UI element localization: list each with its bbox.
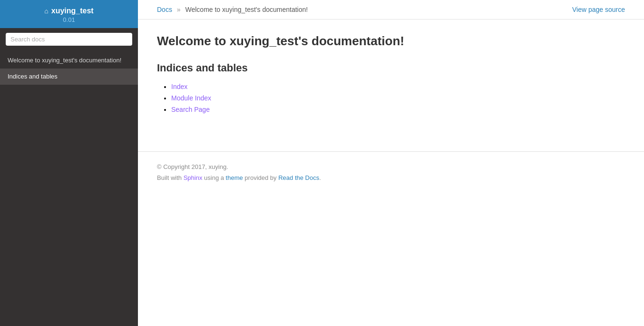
sidebar-nav: Welcome to xuying_test's documentation! … (0, 52, 138, 85)
sphinx-link[interactable]: Sphinx (184, 174, 203, 181)
page-title: Welcome to xuying_test's documentation! (157, 34, 625, 49)
sidebar-item-indices[interactable]: Indices and tables (0, 69, 138, 85)
breadcrumb: Docs » Welcome to xuying_test's document… (157, 6, 308, 13)
module-index-link[interactable]: Module Index (171, 94, 211, 102)
footer: © Copyright 2017, xuying. Built with Sph… (138, 161, 644, 198)
top-bar: Docs » Welcome to xuying_test's document… (138, 0, 644, 20)
footer-period: . (319, 174, 321, 181)
footer-built-with: Built with Sphinx using a theme provided… (157, 172, 625, 183)
breadcrumb-docs-link[interactable]: Docs (157, 6, 172, 13)
list-item-index: Index (171, 83, 625, 90)
breadcrumb-separator: » (177, 6, 181, 13)
list-item-module-index: Module Index (171, 94, 625, 102)
rtd-link[interactable]: Read the Docs (278, 174, 319, 181)
project-name-label: xuying_test (51, 7, 94, 15)
copyright-text: © Copyright 2017, xuying. (157, 161, 625, 172)
search-page-link[interactable]: Search Page (171, 106, 210, 113)
sidebar-header: ⌂ xuying_test 0.01 (0, 0, 138, 28)
index-link[interactable]: Index (171, 83, 187, 90)
footer-using: using a (204, 174, 224, 181)
search-input[interactable] (6, 33, 132, 46)
footer-provided-by: provided by (244, 174, 276, 181)
content-body: Welcome to xuying_test's documentation! … (138, 20, 644, 147)
index-list: Index Module Index Search Page (157, 83, 625, 113)
list-item-search-page: Search Page (171, 106, 625, 113)
search-container (0, 28, 138, 50)
footer-built-prefix: Built with (157, 174, 182, 181)
sidebar-item-welcome[interactable]: Welcome to xuying_test's documentation! (0, 52, 138, 69)
content-divider (138, 151, 644, 152)
project-version: 0.01 (8, 16, 130, 23)
section-title: Indices and tables (157, 62, 625, 74)
home-icon: ⌂ (44, 7, 48, 15)
main-content: Docs » Welcome to xuying_test's document… (138, 0, 644, 326)
breadcrumb-current: Welcome to xuying_test's documentation! (185, 6, 308, 13)
view-source-link[interactable]: View page source (572, 6, 625, 13)
theme-link[interactable]: theme (226, 174, 243, 181)
sidebar: ⌂ xuying_test 0.01 Welcome to xuying_tes… (0, 0, 138, 326)
project-name: ⌂ xuying_test (8, 7, 130, 15)
